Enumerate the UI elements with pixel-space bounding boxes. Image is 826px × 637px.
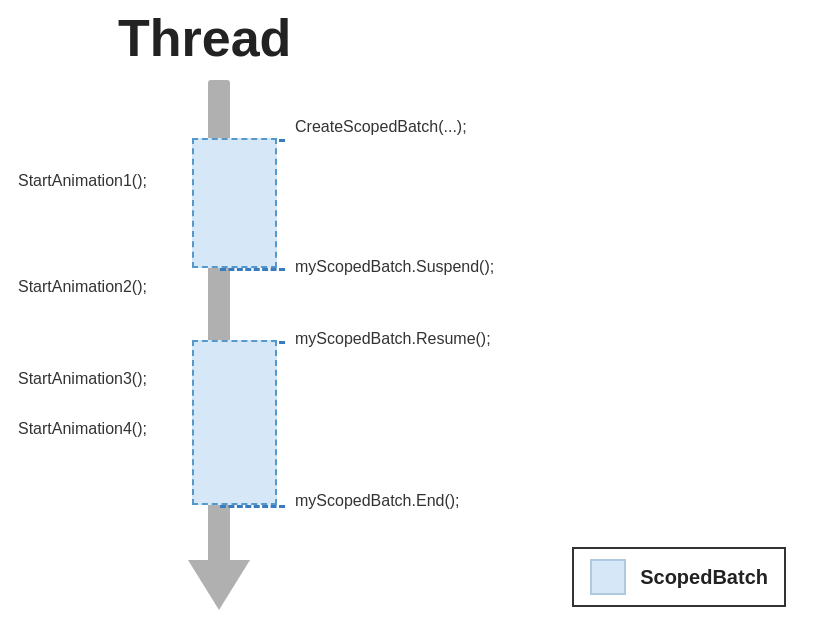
label-anim3: StartAnimation3();	[18, 370, 147, 388]
legend: ScopedBatch	[572, 547, 786, 607]
label-create: CreateScopedBatch(...);	[295, 118, 467, 136]
label-end: myScopedBatch.End();	[295, 492, 460, 510]
scoped-batch-rect-2	[192, 340, 277, 505]
label-anim4: StartAnimation4();	[18, 420, 147, 438]
dashed-line-4	[220, 505, 285, 508]
label-anim1: StartAnimation1();	[18, 172, 147, 190]
thread-arrow-icon	[188, 560, 250, 610]
legend-label: ScopedBatch	[640, 566, 768, 589]
dashed-line-2	[220, 268, 285, 271]
label-resume: myScopedBatch.Resume();	[295, 330, 491, 348]
legend-box-icon	[590, 559, 626, 595]
label-suspend: myScopedBatch.Suspend();	[295, 258, 494, 276]
scoped-batch-rect-1	[192, 138, 277, 268]
page-title: Thread	[118, 8, 291, 68]
label-anim2: StartAnimation2();	[18, 278, 147, 296]
diagram-container: Thread CreateScopedBatch(...); myScopedB…	[0, 0, 826, 637]
